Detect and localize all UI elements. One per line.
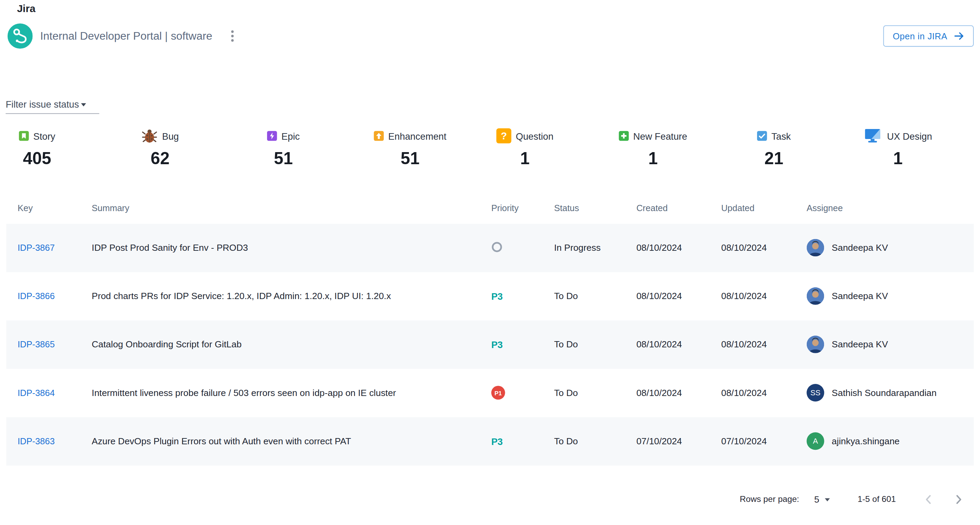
assignee-name: Sandeepa KV (832, 339, 888, 349)
priority-p3-icon: P3 (492, 291, 503, 301)
assignee-name: Sandeepa KV (832, 243, 888, 253)
issues-table: Key Summary Priority Status Created Upda… (6, 192, 974, 465)
open-in-jira-button[interactable]: Open in JIRA (883, 25, 974, 47)
chevron-down-icon (81, 103, 86, 106)
issue-key-link[interactable]: IDP-3866 (18, 291, 55, 301)
issue-status: To Do (544, 339, 626, 349)
counter-label: UX Design (887, 130, 932, 141)
counter-label: Bug (162, 130, 179, 141)
issue-summary: Intermittent liveness probe failure / 50… (82, 388, 481, 398)
pagination-bar: Rows per page: 5 1-5 of 601 (0, 490, 980, 508)
issue-summary: Prod charts PRs for IDP Service: 1.20.x,… (82, 291, 481, 301)
assignee-name: Sandeepa KV (832, 291, 888, 301)
issue-status-filter[interactable]: Filter issue status (6, 99, 99, 114)
issue-summary: Azure DevOps Plugin Errors out with Auth… (82, 436, 481, 446)
issue-updated: 08/10/2024 (711, 388, 797, 398)
rows-per-page-value: 5 (815, 494, 819, 504)
issue-updated: 08/10/2024 (711, 339, 797, 349)
rows-per-page-label: Rows per page: (740, 495, 799, 504)
column-header-assignee: Assignee (796, 203, 974, 213)
counter-enhancement: Enhancement 51 (374, 127, 496, 168)
issue-key-link[interactable]: IDP-3863 (18, 436, 55, 446)
table-row: IDP-3867 IDP Post Prod Sanity for Env - … (6, 224, 974, 272)
priority-p3-icon: P3 (492, 436, 503, 447)
new-feature-icon (619, 131, 629, 141)
issue-key-link[interactable]: IDP-3865 (18, 339, 55, 349)
table-header-row: Key Summary Priority Status Created Upda… (6, 192, 974, 224)
column-header-priority: Priority (481, 203, 544, 213)
column-header-created: Created (626, 203, 711, 213)
issue-type-counters: Story 405 (0, 127, 980, 168)
epic-icon (267, 131, 277, 141)
counter-count: 51 (401, 150, 420, 168)
page-title: Jira (17, 3, 980, 15)
ux-design-icon (864, 128, 883, 144)
counter-label: New Feature (633, 130, 687, 141)
next-page-button[interactable] (950, 490, 967, 508)
column-header-key: Key (6, 203, 81, 213)
issue-summary: Catalog Onboarding Script for GitLab (82, 339, 481, 349)
issue-key-link[interactable]: IDP-3864 (18, 388, 55, 398)
jira-plugin-card: Jira Internal Developer Portal | softwar… (0, 0, 980, 525)
bug-icon (142, 128, 158, 144)
chevron-left-icon (921, 492, 936, 507)
issue-key-link[interactable]: IDP-3867 (18, 243, 55, 253)
counter-count: 405 (23, 150, 51, 168)
avatar: A (807, 433, 824, 450)
chevron-down-icon (825, 498, 830, 501)
project-logo (8, 24, 33, 49)
counter-count: 62 (151, 150, 170, 168)
counter-label: Story (33, 130, 55, 141)
avatar: SS (807, 384, 824, 401)
rows-per-page-select[interactable]: 5 (815, 494, 830, 504)
counter-epic: Epic 51 (267, 127, 374, 168)
open-in-jira-label: Open in JIRA (893, 31, 947, 41)
priority-p1-badge: P1 (492, 386, 505, 400)
counter-count: 1 (648, 150, 658, 168)
counter-new-feature: New Feature 1 (619, 127, 757, 168)
counter-count: 1 (893, 150, 902, 168)
column-header-summary: Summary (82, 203, 481, 213)
card-header: Internal Developer Portal | software Ope… (8, 22, 974, 50)
priority-p3-icon: P3 (492, 339, 503, 350)
table-row: IDP-3864 Intermittent liveness probe fai… (6, 369, 974, 417)
counter-count: 51 (274, 150, 293, 168)
issue-status: To Do (544, 436, 626, 446)
chevron-right-icon (951, 492, 966, 507)
task-icon (757, 131, 767, 141)
issue-status: To Do (544, 291, 626, 301)
counter-label: Question (516, 130, 554, 141)
priority-none-icon (492, 241, 503, 252)
assignee-name: Sathish Soundarapandian (832, 388, 937, 398)
counter-task: Task 21 (757, 127, 864, 168)
kebab-menu-icon[interactable] (226, 29, 239, 43)
issue-created: 08/10/2024 (626, 388, 711, 398)
column-header-updated: Updated (711, 203, 797, 213)
issue-status: In Progress (544, 243, 626, 253)
issue-updated: 08/10/2024 (711, 243, 797, 253)
counter-ux-design: UX Design 1 (864, 127, 932, 168)
counter-label: Epic (282, 130, 300, 141)
counter-label: Enhancement (388, 130, 447, 141)
avatar (807, 239, 824, 257)
counter-count: 1 (520, 150, 529, 168)
counter-story: Story 405 (19, 127, 142, 168)
question-icon: ? (496, 128, 511, 143)
issue-updated: 07/10/2024 (711, 436, 797, 446)
avatar (807, 336, 824, 353)
arrow-right-icon (954, 32, 964, 40)
issue-status: To Do (544, 388, 626, 398)
enhancement-icon (374, 131, 384, 141)
project-title: Internal Developer Portal | software (40, 29, 213, 43)
counter-label: Task (772, 130, 791, 141)
issue-created: 08/10/2024 (626, 339, 711, 349)
issue-status-filter-label: Filter issue status (6, 99, 79, 110)
table-row: IDP-3866 Prod charts PRs for IDP Service… (6, 272, 974, 320)
issue-updated: 08/10/2024 (711, 291, 797, 301)
issue-summary: IDP Post Prod Sanity for Env - PROD3 (82, 243, 481, 253)
table-row: IDP-3865 Catalog Onboarding Script for G… (6, 320, 974, 369)
pagination-range: 1-5 of 601 (858, 495, 896, 504)
previous-page-button[interactable] (920, 490, 937, 508)
counter-bug: Bug 62 (142, 127, 267, 168)
assignee-name: ajinkya.shingane (832, 436, 900, 446)
